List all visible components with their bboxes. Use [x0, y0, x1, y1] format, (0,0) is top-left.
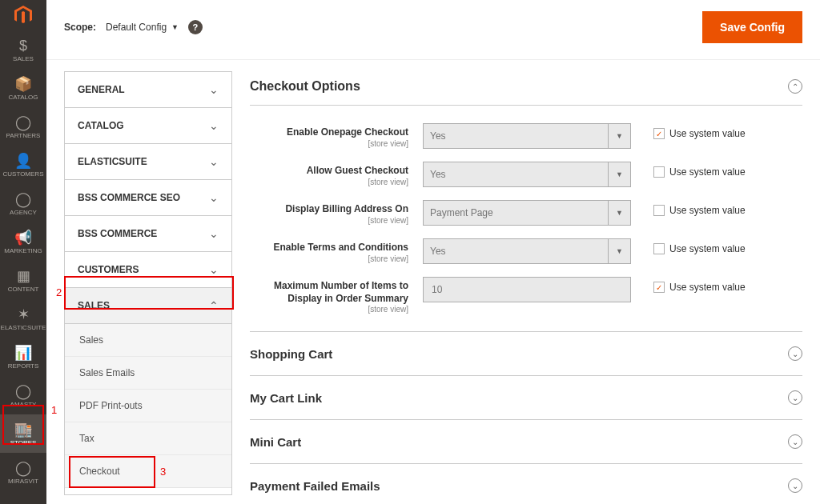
config-nav: GENERAL ⌄ CATALOG ⌄ ELASTICSUITE ⌄ BSS C…	[64, 71, 232, 495]
nav-sub-sales: Sales Sales Emails PDF Print-outs Tax Ch…	[65, 324, 231, 488]
collapse-down-icon: ⌄	[788, 434, 802, 449]
nav-section-bss-seo[interactable]: BSS COMMERCE SEO ⌄	[65, 180, 231, 216]
sidebar-item-label: MIRASVIT	[8, 478, 38, 485]
chevron-down-icon: ⌄	[209, 191, 219, 204]
nav-sub-item-pdf[interactable]: PDF Print-outs	[65, 390, 231, 422]
use-system-checkbox[interactable]: ✓	[653, 205, 665, 216]
dropdown-icon: ▼	[608, 238, 630, 264]
sidebar-item-mirasvit[interactable]: ◯ MIRASVIT	[0, 453, 46, 491]
topbar: Scope: Default Config ▼ ? Save Config	[46, 0, 820, 60]
nav-section-elasticsuite[interactable]: ELASTICSUITE ⌄	[65, 144, 231, 180]
nav-sub-item-checkout[interactable]: Checkout	[65, 455, 231, 487]
section-title: My Cart Link	[250, 391, 322, 405]
nav-sub-item-tax[interactable]: Tax	[65, 422, 231, 455]
marketing-icon: 📢	[14, 229, 32, 246]
nav-section-customers[interactable]: CUSTOMERS ⌄	[65, 252, 231, 288]
save-config-button[interactable]: Save Config	[702, 11, 802, 43]
use-system-checkbox[interactable]: ✓	[653, 128, 665, 139]
section-title: Mini Cart	[250, 435, 301, 449]
sidebar-item-label: CUSTOMERS	[3, 171, 44, 178]
collapse-down-icon: ⌄	[788, 478, 802, 493]
stores-icon: 🏬	[14, 421, 32, 438]
section-head-checkout-options[interactable]: Checkout Options ⌃	[250, 71, 802, 106]
field-label: Enable Onepage Checkout	[250, 126, 408, 139]
section-title: Shopping Cart	[250, 347, 332, 361]
section-head-payment-failed[interactable]: Payment Failed Emails ⌄	[250, 464, 802, 495]
nav-sub-item-sales-emails[interactable]: Sales Emails	[65, 357, 231, 390]
chevron-down-icon: ⌄	[209, 119, 219, 132]
nav-sub-item-sales[interactable]: Sales	[65, 324, 231, 357]
use-system-checkbox[interactable]: ✓	[653, 243, 665, 254]
sidebar-item-label: CONTENT	[8, 286, 39, 293]
sidebar-item-label: ELASTICSUITE	[1, 325, 46, 331]
field-row: Enable Onepage Checkout [store view] Yes…	[250, 117, 802, 155]
sidebar-item-reports[interactable]: 📊 REPORTS	[0, 338, 46, 376]
section-head-my-cart-link[interactable]: My Cart Link ⌄	[250, 376, 802, 420]
sidebar-item-sales[interactable]: $ SALES	[0, 30, 46, 69]
sidebar-item-content[interactable]: ▦ CONTENT	[0, 261, 46, 299]
sidebar-item-stores[interactable]: 🏬 STORES	[0, 414, 46, 453]
mirasvit-icon: ◯	[15, 459, 31, 477]
sidebar-item-label: PARTNERS	[6, 133, 41, 139]
scope-select[interactable]: Default Config ▼	[106, 22, 179, 33]
nav-section-sales[interactable]: SALES ⌃	[65, 288, 231, 324]
section-head-mini-cart[interactable]: Mini Cart ⌄	[250, 420, 802, 464]
field-scope: [store view]	[250, 305, 408, 314]
sidebar-item-amasty[interactable]: ◯ AMASTY	[0, 376, 46, 414]
sidebar-item-partners[interactable]: ◯ PARTNERS	[0, 107, 46, 146]
help-icon[interactable]: ?	[188, 20, 203, 34]
sidebar-item-label: AGENCY	[10, 210, 37, 216]
customers-icon: 👤	[14, 152, 32, 170]
sidebar-item-elasticsuite[interactable]: ✶ ELASTICSUITE	[0, 299, 46, 338]
sidebar-item-marketing[interactable]: 📢 MARKETING	[0, 222, 46, 261]
field-scope: [store view]	[250, 178, 408, 186]
field-row: Enable Terms and Conditions [store view]…	[250, 232, 802, 270]
use-system-checkbox[interactable]: ✓	[653, 282, 665, 293]
collapse-down-icon: ⌄	[788, 346, 802, 361]
elastic-icon: ✶	[18, 306, 30, 323]
field-label: Allow Guest Checkout	[250, 165, 408, 178]
admin-sidebar: $ SALES 📦 CATALOG ◯ PARTNERS 👤 CUSTOMERS…	[0, 0, 46, 504]
section-head-shopping-cart[interactable]: Shopping Cart ⌄	[250, 332, 802, 376]
sidebar-item-catalog[interactable]: 📦 CATALOG	[0, 69, 46, 107]
dropdown-icon: ▼	[608, 162, 630, 187]
nav-section-catalog[interactable]: CATALOG ⌄	[65, 108, 231, 144]
field-select[interactable]: Yes ▼	[423, 162, 631, 187]
field-label: Maximum Number of Items to Display in Or…	[250, 280, 408, 305]
sidebar-item-label: CATALOG	[8, 94, 38, 101]
catalog-icon: 📦	[14, 75, 32, 93]
sidebar-item-customers[interactable]: 👤 CUSTOMERS	[0, 146, 46, 184]
field-select[interactable]: Yes ▼	[423, 123, 631, 149]
dropdown-icon: ▼	[608, 123, 630, 149]
nav-section-label: SALES	[78, 300, 110, 311]
content-icon: ▦	[17, 267, 30, 285]
scope-value: Default Config	[106, 22, 167, 33]
chevron-up-icon: ⌃	[209, 299, 219, 312]
magento-logo-icon	[0, 0, 46, 30]
nav-section-general[interactable]: GENERAL ⌄	[65, 72, 231, 108]
field-select[interactable]: Yes ▼	[423, 238, 631, 264]
field-value: Yes	[430, 169, 446, 180]
field-row: Maximum Number of Items to Display in Or…	[250, 270, 802, 320]
sidebar-item-agency[interactable]: ◯ AGENCY	[0, 184, 46, 222]
partners-icon: ◯	[15, 114, 31, 131]
field-input[interactable]	[423, 277, 631, 302]
use-system-checkbox[interactable]: ✓	[653, 166, 665, 178]
field-scope: [store view]	[250, 254, 408, 263]
dollar-icon: $	[19, 37, 27, 54]
section-title: Payment Failed Emails	[250, 479, 380, 493]
chevron-down-icon: ⌄	[209, 155, 219, 168]
scope-label: Scope:	[64, 22, 96, 33]
use-system-label: Use system value	[669, 166, 746, 178]
dropdown-icon: ▼	[608, 200, 630, 226]
chevron-down-icon: ⌄	[209, 263, 219, 276]
field-value: Yes	[430, 130, 446, 142]
nav-section-bss[interactable]: BSS COMMERCE ⌄	[65, 216, 231, 252]
field-row: Display Billing Address On [store view] …	[250, 194, 802, 232]
field-select[interactable]: Payment Page ▼	[423, 200, 631, 226]
main-content: Scope: Default Config ▼ ? Save Config GE…	[46, 0, 820, 504]
config-body: Checkout Options ⌃ Enable Onepage Checko…	[250, 71, 802, 495]
nav-section-label: ELASTICSUITE	[78, 156, 147, 167]
use-system-label: Use system value	[669, 205, 746, 216]
chevron-down-icon: ⌄	[209, 83, 219, 96]
